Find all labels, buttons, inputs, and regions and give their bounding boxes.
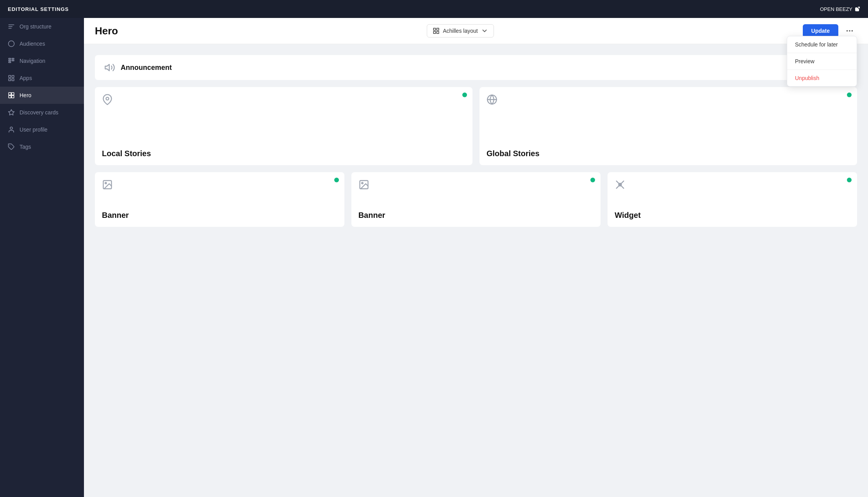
svg-rect-6 [9,60,11,61]
sidebar-item-label: Hero [20,92,31,98]
main-area: Hero Achilles layout Update [84,0,868,497]
layout-selector-button[interactable]: Achilles layout [427,24,494,37]
sidebar: Org structure Audiences Navigation Apps [0,0,84,497]
sidebar-item-label: Navigation [20,58,45,64]
banner-2-title: Banner [358,211,594,220]
svg-rect-13 [12,79,14,81]
svg-point-25 [847,30,848,32]
widget-status [847,178,852,182]
sidebar-item-hero[interactable]: Hero [0,87,84,104]
svg-point-35 [362,182,363,184]
svg-point-26 [849,30,850,32]
sidebar-item-org-structure[interactable]: Org structure [0,18,84,35]
open-beezy-label: OPEN BEEZY [820,6,852,12]
announcement-banner[interactable]: Announcement [95,55,857,80]
svg-rect-7 [9,62,11,62]
svg-rect-16 [9,96,11,98]
widget-icon [615,179,850,190]
local-stories-title: Local Stories [102,149,465,158]
svg-rect-5 [9,58,11,59]
more-options-button[interactable] [842,25,857,37]
svg-point-27 [852,30,853,32]
sidebar-item-user-profile[interactable]: User profile [0,121,84,138]
navigation-icon [8,57,15,64]
svg-marker-28 [105,64,109,71]
global-stories-status [847,93,852,97]
more-dots-icon [845,27,854,35]
page-title: Hero [95,25,118,37]
image-icon-1 [102,179,337,190]
svg-rect-24 [437,32,439,34]
apps-icon [8,75,15,82]
svg-point-4 [9,41,14,47]
layout-selector-area: Achilles layout [427,24,494,37]
svg-rect-17 [12,96,14,98]
schedule-later-item[interactable]: Schedule for later [787,36,857,53]
sidebar-item-apps[interactable]: Apps [0,69,84,87]
global-stories-title: Global Stories [487,149,850,158]
tags-icon [8,143,15,150]
globe-icon [487,94,850,105]
preview-item[interactable]: Preview [787,53,857,69]
svg-rect-12 [9,79,11,81]
svg-point-33 [105,182,107,184]
open-beezy-link[interactable]: OPEN BEEZY [820,6,860,12]
sidebar-item-label: User profile [20,126,48,133]
sidebar-item-label: Audiences [20,41,45,47]
banner-2-card[interactable]: Banner [351,172,601,227]
svg-rect-14 [9,93,11,95]
global-stories-card[interactable]: Global Stories [479,87,857,165]
svg-point-29 [106,97,109,100]
svg-rect-8 [12,58,14,59]
svg-marker-18 [9,110,14,115]
announcement-icon [104,62,115,73]
widget-card[interactable]: Widget [608,172,857,227]
widget-title: Widget [615,211,850,220]
sidebar-item-label: Apps [20,75,32,81]
svg-rect-15 [12,93,14,95]
svg-point-19 [10,127,12,129]
hero-icon [8,92,15,99]
audiences-icon [8,40,15,47]
sidebar-item-discovery-cards[interactable]: Discovery cards [0,104,84,121]
content-area: Announcement Local Stories [84,44,868,497]
sidebar-item-navigation[interactable]: Navigation [0,52,84,69]
dropdown-menu: Schedule for later Preview Unpublish [787,36,857,87]
svg-rect-21 [433,28,435,30]
layout-label: Achilles layout [443,28,478,34]
svg-rect-23 [433,32,435,34]
svg-rect-22 [437,28,439,30]
sidebar-item-label: Org structure [20,23,52,30]
banner-1-card[interactable]: Banner [95,172,344,227]
grid-layout-icon [433,27,440,34]
sidebar-item-label: Discovery cards [20,109,59,116]
discovery-icon [8,109,15,116]
sidebar-item-label: Tags [20,144,31,150]
app-title: EDITORIAL SETTINGS [8,6,69,12]
svg-rect-10 [9,75,11,77]
stories-row: Local Stories Global Stories [95,87,857,165]
page-header: Hero Achilles layout Update [84,18,868,44]
sidebar-item-tags[interactable]: Tags [0,138,84,155]
user-icon [8,126,15,133]
banners-row: Banner Banner [95,172,857,227]
image-icon-2 [358,179,594,190]
local-stories-card[interactable]: Local Stories [95,87,472,165]
svg-rect-9 [12,60,14,61]
local-stories-status [462,93,467,97]
banner-2-status [590,178,595,182]
org-icon [8,23,15,30]
chevron-down-icon [481,27,488,34]
pin-icon [102,94,465,105]
unpublish-item[interactable]: Unpublish [787,70,857,86]
external-link-icon [855,6,860,12]
topbar: EDITORIAL SETTINGS OPEN BEEZY [0,0,868,18]
banner-1-title: Banner [102,211,337,220]
banner-1-status [334,178,339,182]
announcement-label: Announcement [121,64,172,72]
sidebar-item-audiences[interactable]: Audiences [0,35,84,52]
svg-rect-11 [12,75,14,77]
